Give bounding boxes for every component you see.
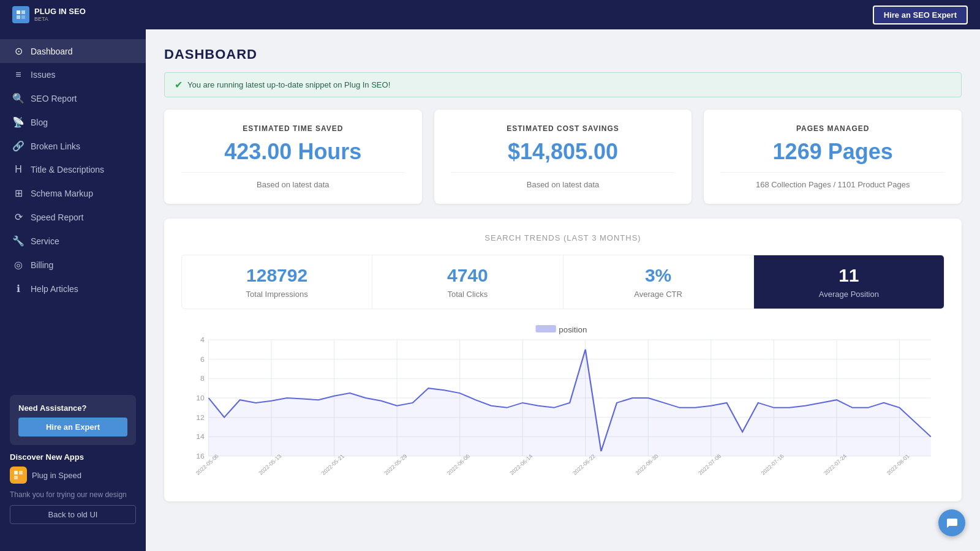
logo-icon (12, 6, 29, 23)
sidebar-item-seo-report[interactable]: 🔍SEO Report (0, 86, 146, 110)
svg-rect-3 (21, 15, 25, 19)
stat-label-cost-savings: ESTIMATED COST SAVINGS (451, 124, 675, 133)
nav-label-billing: Billing (31, 260, 53, 270)
metric-cell-ctr[interactable]: 3% Average CTR (564, 255, 754, 309)
svg-text:2022-06-30: 2022-06-30 (634, 453, 660, 476)
sidebar-item-blog[interactable]: 📡Blog (0, 110, 146, 134)
sidebar-item-service[interactable]: 🔧Service (0, 229, 146, 253)
nav-icon-dashboard: ⊙ (12, 45, 24, 57)
svg-text:12: 12 (196, 413, 205, 421)
stat-label-pages-managed: PAGES MANAGED (721, 124, 944, 133)
chart-container: 46810121416position2022-05-062022-05-132… (181, 321, 944, 487)
app-name: Plug in Speed (32, 471, 81, 480)
svg-text:2022-05-29: 2022-05-29 (383, 453, 409, 476)
metric-cell-position[interactable]: 11 Average Position (754, 255, 944, 309)
metric-value-clicks: 4740 (382, 265, 552, 286)
nav-label-issues: Issues (31, 70, 55, 80)
metric-value-ctr: 3% (573, 265, 744, 286)
nav-icon-speed-report: ⟳ (12, 211, 24, 223)
app-icon (10, 467, 27, 484)
metric-value-impressions: 128792 (192, 265, 362, 286)
svg-rect-4 (14, 471, 18, 474)
svg-text:2022-05-21: 2022-05-21 (320, 453, 346, 476)
stat-card-time-saved: ESTIMATED TIME SAVED 423.00 Hours Based … (164, 110, 422, 204)
svg-text:2022-07-16: 2022-07-16 (760, 453, 785, 476)
svg-rect-2 (17, 15, 20, 19)
trends-panel: SEARCH TRENDS (LAST 3 MONTHS) 128792 Tot… (164, 219, 962, 501)
alert-bar: ✔ You are running latest up-to-date snip… (164, 72, 962, 97)
trends-title: SEARCH TRENDS (484, 233, 560, 242)
page-title: DASHBOARD (164, 47, 962, 62)
trends-header: SEARCH TRENDS (LAST 3 MONTHS) (181, 233, 944, 242)
alert-icon: ✔ (175, 79, 183, 91)
sidebar-item-help-articles[interactable]: ℹHelp Articles (0, 277, 146, 301)
nav-icon-schema-markup: ⊞ (12, 187, 24, 199)
nav-label-dashboard: Dashboard (31, 47, 73, 56)
stat-sub-cost-savings: Based on latest data (451, 180, 675, 189)
svg-text:6: 6 (200, 355, 205, 362)
svg-text:2022-07-08: 2022-07-08 (697, 453, 723, 476)
stat-card-cost-savings: ESTIMATED COST SAVINGS $14,805.00 Based … (434, 110, 692, 204)
metric-label-ctr: Average CTR (573, 290, 744, 299)
nav-icon-help-articles: ℹ (12, 283, 24, 294)
svg-rect-5 (19, 471, 23, 474)
stat-sub-time-saved: Based on latest data (181, 180, 405, 189)
nav-icon-issues: ≡ (12, 69, 24, 80)
stat-label-time-saved: ESTIMATED TIME SAVED (181, 124, 405, 133)
svg-text:14: 14 (196, 433, 205, 440)
sidebar-item-issues[interactable]: ≡Issues (0, 63, 146, 86)
assistance-title: Need Assistance? (18, 403, 127, 413)
nav-icon-blog: 📡 (12, 116, 24, 128)
nav-icon-broken-links: 🔗 (12, 140, 24, 152)
nav-label-help-articles: Help Articles (31, 284, 78, 294)
metric-label-position: Average Position (764, 290, 934, 299)
hire-expert-button[interactable]: Hire an Expert (18, 418, 127, 437)
sidebar-item-schema-markup[interactable]: ⊞Schema Markup (0, 181, 146, 205)
topbar: PLUG IN SEO BETA Hire an SEO Expert (0, 0, 980, 29)
nav-label-blog: Blog (31, 118, 48, 127)
nav-icon-seo-report: 🔍 (12, 92, 24, 104)
nav-label-seo-report: SEO Report (31, 94, 77, 103)
svg-text:2022-06-22: 2022-06-22 (571, 453, 597, 476)
svg-text:8: 8 (200, 375, 205, 382)
logo: PLUG IN SEO BETA (12, 6, 86, 23)
sidebar-item-dashboard[interactable]: ⊙Dashboard (0, 39, 146, 63)
thank-text: Thank you for trying our new design (10, 490, 136, 500)
svg-text:2022-08-01: 2022-08-01 (885, 453, 911, 476)
sidebar-item-broken-links[interactable]: 🔗Broken Links (0, 134, 146, 158)
sidebar: ⊙Dashboard≡Issues🔍SEO Report📡Blog🔗Broken… (0, 29, 146, 551)
chart-legend: position (536, 325, 587, 334)
stats-row: ESTIMATED TIME SAVED 423.00 Hours Based … (164, 110, 962, 204)
nav-label-broken-links: Broken Links (31, 141, 80, 151)
sidebar-item-title-descriptions[interactable]: HTitle & Descriptions (0, 158, 146, 181)
chat-button[interactable] (938, 509, 965, 536)
stat-value-time-saved: 423.00 Hours (181, 139, 405, 165)
logo-beta: BETA (34, 16, 86, 22)
discover-box: Discover New Apps Plug in Speed Thank yo… (10, 452, 136, 531)
svg-text:10: 10 (196, 394, 205, 402)
svg-text:2022-06-06: 2022-06-06 (446, 453, 472, 476)
back-old-ui-button[interactable]: Back to old UI (10, 505, 136, 524)
sidebar-item-billing[interactable]: ◎Billing (0, 253, 146, 277)
stat-card-pages-managed: PAGES MANAGED 1269 Pages 168 Collection … (704, 110, 962, 204)
sidebar-item-speed-report[interactable]: ⟳Speed Report (0, 205, 146, 229)
hire-seo-expert-button[interactable]: Hire an SEO Expert (873, 6, 968, 24)
svg-rect-6 (14, 476, 18, 479)
svg-text:4: 4 (200, 336, 205, 343)
metric-cell-clicks[interactable]: 4740 Total Clicks (372, 255, 563, 309)
trend-chart: 46810121416position2022-05-062022-05-132… (181, 321, 944, 487)
metric-cell-impressions[interactable]: 128792 Total Impressions (182, 255, 372, 309)
trends-subtitle-paren: (LAST 3 MONTHS) (564, 233, 641, 242)
stat-sub-pages-managed: 168 Collection Pages / 1101 Product Page… (721, 180, 944, 189)
assistance-box: Need Assistance? Hire an Expert (10, 395, 136, 445)
metric-value-position: 11 (764, 265, 934, 286)
sidebar-bottom: Need Assistance? Hire an Expert Discover… (0, 385, 146, 541)
nav-label-title-descriptions: Title & Descriptions (31, 165, 104, 174)
nav-label-service: Service (31, 236, 59, 246)
svg-text:2022-05-13: 2022-05-13 (257, 453, 283, 476)
discover-app: Plug in Speed (10, 467, 136, 484)
nav-icon-service: 🔧 (12, 235, 24, 247)
nav-label-schema-markup: Schema Markup (31, 189, 93, 198)
nav-label-speed-report: Speed Report (31, 212, 83, 222)
metric-label-impressions: Total Impressions (192, 290, 362, 299)
